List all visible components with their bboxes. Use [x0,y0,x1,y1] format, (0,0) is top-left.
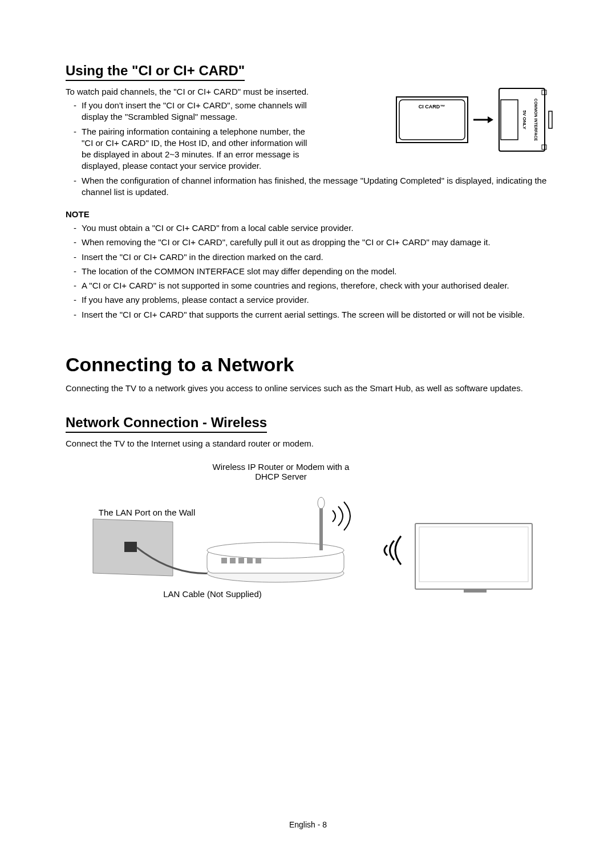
svg-rect-8 [549,111,552,128]
svg-rect-16 [238,558,244,563]
svg-marker-3 [488,116,493,123]
svg-rect-14 [221,558,227,563]
slot-5v-label: 5V ONLY [522,110,527,129]
note-title: NOTE [66,209,553,219]
footer-page: 8 [322,820,327,829]
ci-card-heading: Using the "CI or CI+ CARD" [66,63,245,81]
footer-language: English [289,820,315,829]
list-item: Insert the "CI or CI+ CARD" that support… [74,309,553,320]
list-item: You must obtain a "CI or CI+ CARD" from … [74,222,553,234]
svg-rect-18 [256,558,261,563]
svg-rect-10 [124,542,137,552]
svg-rect-23 [464,589,487,593]
list-item: When removing the "CI or CI+ CARD", care… [74,237,553,248]
ci-card-illustration: CI CARD™ 5V ONLY COMMON INTERFACE [394,86,553,154]
list-item: The pairing information containing a tel… [74,126,307,172]
list-item: Insert the "CI or CI+ CARD" in the direc… [74,251,553,263]
slot-common-label: COMMON INTERFACE [534,99,538,141]
wireless-heading: Network Connection - Wireless [66,415,267,433]
list-item: If you don't insert the "CI or CI+ CARD"… [74,100,307,123]
svg-rect-5 [501,100,518,140]
svg-rect-15 [230,558,236,563]
page-footer: English - 8 [0,820,616,829]
ci-card-label: CI CARD™ [419,104,445,109]
network-heading: Connecting to a Network [66,354,553,376]
network-diagram-svg [82,462,538,599]
network-intro: Connecting the TV to a network gives you… [66,383,553,394]
svg-point-13 [207,542,344,558]
network-diagram: Wireless IP Router or Modem with a DHCP … [82,462,538,599]
note-bullets: You must obtain a "CI or CI+ CARD" from … [66,222,553,320]
svg-rect-22 [419,527,528,582]
list-item: A "CI or CI+ CARD" is not supported in s… [74,280,553,291]
list-item: When the configuration of channel inform… [74,175,553,198]
ci-bullets-wide: When the configuration of channel inform… [66,175,553,198]
ci-card-section: Using the "CI or CI+ CARD" To watch paid… [66,63,553,320]
wireless-intro: Connect the TV to the Internet using a s… [66,439,553,448]
list-item: The location of the COMMON INTERFACE slo… [74,266,553,277]
svg-rect-17 [247,558,253,563]
list-item: If you have any problems, please contact… [74,294,553,306]
svg-point-20 [318,497,325,509]
